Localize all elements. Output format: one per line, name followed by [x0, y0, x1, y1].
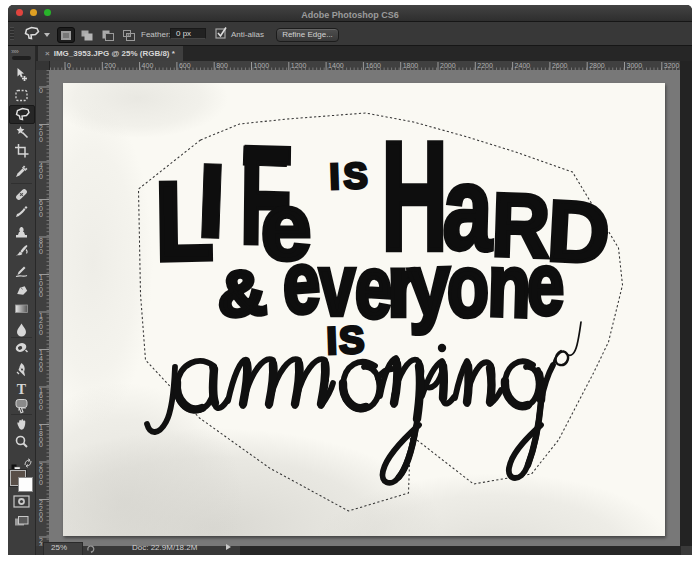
svg-text:1200: 1200 [291, 62, 307, 69]
svg-text:2800: 2800 [589, 62, 605, 69]
svg-text:1600: 1600 [365, 62, 381, 69]
svg-text:n: n [486, 236, 532, 336]
svg-text:3000: 3000 [627, 62, 643, 69]
svg-text:0: 0 [39, 366, 43, 373]
svg-text:e: e [281, 232, 322, 334]
svg-text:2600: 2600 [552, 62, 568, 69]
svg-text:0: 0 [67, 62, 71, 69]
svg-text:0: 0 [39, 87, 43, 94]
svg-text:0: 0 [39, 404, 43, 411]
svg-text:800: 800 [216, 62, 228, 69]
svg-text:0: 0 [39, 479, 43, 486]
svg-text:1400: 1400 [328, 62, 344, 69]
svg-text:IS: IS [329, 155, 372, 197]
svg-text:0: 0 [39, 173, 43, 180]
svg-text:0: 0 [39, 329, 43, 336]
svg-text:e: e [527, 234, 564, 333]
svg-text:400: 400 [142, 62, 154, 69]
svg-text:1800: 1800 [403, 62, 419, 69]
svg-text:0: 0 [39, 441, 43, 448]
svg-text:T: T [17, 382, 27, 397]
svg-text:1000: 1000 [254, 62, 270, 69]
svg-text:IS: IS [326, 319, 367, 362]
svg-text:y: y [407, 235, 452, 334]
svg-text:2000: 2000 [440, 62, 456, 69]
svg-text:0: 0 [39, 211, 43, 218]
svg-text:600: 600 [179, 62, 191, 69]
svg-text:0: 0 [39, 136, 43, 143]
svg-text:&: & [215, 256, 269, 330]
svg-text:0: 0 [39, 516, 43, 523]
svg-text:o: o [447, 237, 489, 335]
svg-text:3200: 3200 [664, 62, 680, 69]
svg-text:2400: 2400 [515, 62, 531, 69]
svg-text:0: 0 [39, 291, 43, 298]
svg-text:2200: 2200 [477, 62, 493, 69]
svg-text:200: 200 [104, 62, 116, 69]
svg-text:0: 0 [39, 248, 43, 255]
